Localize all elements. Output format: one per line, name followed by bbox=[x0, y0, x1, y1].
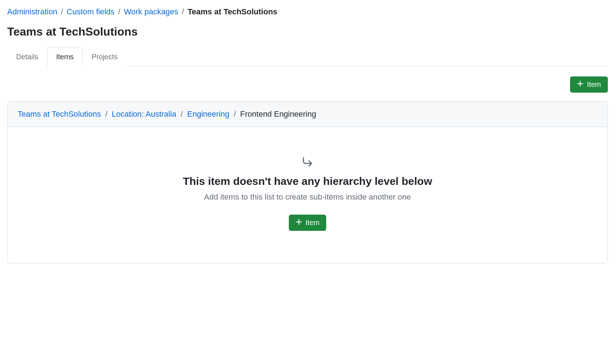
breadcrumb-separator: / bbox=[182, 7, 184, 17]
empty-state-add-item-label: Item bbox=[306, 219, 320, 227]
tab-projects[interactable]: Projects bbox=[83, 47, 126, 66]
tabs: Details Items Projects bbox=[7, 47, 608, 66]
breadcrumb-separator: / bbox=[233, 109, 236, 119]
add-item-button-label: Item bbox=[587, 80, 601, 89]
breadcrumb-link-custom-fields[interactable]: Custom fields bbox=[67, 7, 115, 17]
panel-breadcrumb-link-location[interactable]: Location: Australia bbox=[112, 109, 176, 119]
breadcrumb-separator: / bbox=[118, 7, 120, 17]
items-panel: Teams at TechSolutions / Location: Austr… bbox=[7, 101, 608, 263]
panel-breadcrumb-current: Frontend Engineering bbox=[240, 109, 316, 119]
add-item-button[interactable]: Item bbox=[570, 76, 608, 93]
tab-details[interactable]: Details bbox=[7, 47, 47, 66]
tab-items[interactable]: Items bbox=[47, 47, 83, 66]
breadcrumb-current: Teams at TechSolutions bbox=[188, 7, 277, 17]
breadcrumb-separator: / bbox=[61, 7, 63, 17]
breadcrumb-link-administration[interactable]: Administration bbox=[7, 7, 57, 17]
breadcrumb-top: Administration / Custom fields / Work pa… bbox=[7, 7, 608, 17]
sub-arrow-icon bbox=[301, 156, 314, 168]
page-title: Teams at TechSolutions bbox=[7, 25, 608, 38]
breadcrumb-link-work-packages[interactable]: Work packages bbox=[124, 7, 178, 17]
panel-breadcrumb-link-engineering[interactable]: Engineering bbox=[187, 109, 229, 119]
panel-breadcrumb: Teams at TechSolutions / Location: Austr… bbox=[8, 102, 607, 127]
empty-state: This item doesn't have any hierarchy lev… bbox=[8, 127, 607, 263]
empty-state-add-item-button[interactable]: Item bbox=[289, 215, 327, 231]
empty-state-title: This item doesn't have any hierarchy lev… bbox=[22, 175, 593, 187]
empty-state-subtitle: Add items to this list to create sub-ite… bbox=[22, 192, 593, 202]
plus-icon bbox=[296, 219, 302, 227]
panel-breadcrumb-link-teams[interactable]: Teams at TechSolutions bbox=[18, 109, 101, 119]
toolbar: Item bbox=[7, 76, 608, 93]
breadcrumb-separator: / bbox=[181, 109, 183, 119]
plus-icon bbox=[577, 80, 583, 89]
breadcrumb-separator: / bbox=[105, 109, 107, 119]
